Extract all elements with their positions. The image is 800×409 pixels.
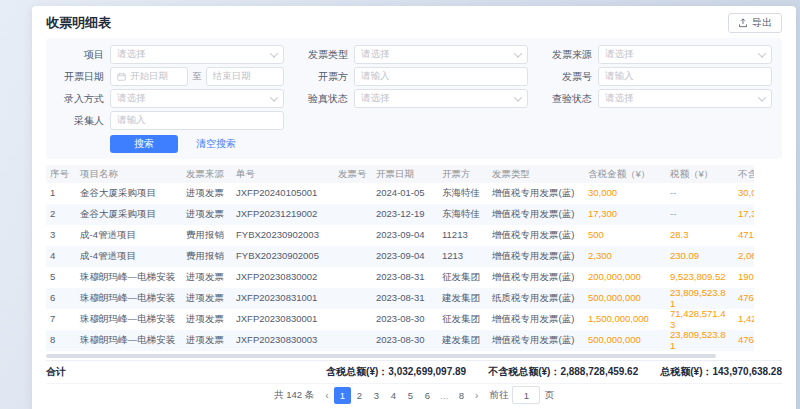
page-button-8[interactable]: 8 [453, 387, 470, 404]
table-row[interactable]: 6珠穆朗玛峰—电梯安装进项发票JXFP202308310012023-08-31… [46, 288, 754, 309]
chevron-down-icon [514, 93, 522, 101]
date-end-input[interactable]: 结束日期 [206, 67, 284, 86]
cell: 增值税专用发票(蓝) [488, 225, 584, 246]
next-page-button[interactable]: › [473, 390, 481, 401]
placeholder-text: 请输入 [361, 70, 521, 83]
summary-row: 合计 含税总额(¥)：3,032,699,097.89不含税总额(¥)：2,88… [46, 360, 782, 383]
page-button-6[interactable]: 6 [419, 387, 436, 404]
cell: 费用报销 [182, 225, 232, 246]
cell: 增值税专用发票(蓝) [488, 330, 584, 351]
page-button-3[interactable]: 3 [368, 387, 385, 404]
chevron-down-icon [514, 49, 522, 57]
cell: 71,428,571.43 [666, 309, 734, 330]
cell [334, 288, 372, 309]
table-row[interactable]: 5珠穆朗玛峰—电梯安装进项发票JXFP202308300022023-08-31… [46, 267, 754, 288]
filter-field-label: 采集人 [56, 114, 104, 128]
page-button-5[interactable]: 5 [402, 387, 419, 404]
cell: 征发集团 [438, 309, 488, 330]
cell [334, 330, 372, 351]
table-row[interactable]: 3成-4管道项目费用报销FYBX202309020032023-09-04112… [46, 225, 754, 246]
cell [334, 225, 372, 246]
cell: JXFP20230830002 [232, 267, 334, 288]
goto-suffix-label: 页 [544, 389, 554, 402]
cell: 200,000,000 [584, 267, 666, 288]
cell: FYBX20230902003 [232, 225, 334, 246]
pagination-total-count: 共 142 条 [274, 389, 314, 402]
cell: JXFP20230831001 [232, 288, 334, 309]
pagination-goto: 前往 页 [489, 386, 554, 404]
date-start-input[interactable]: 开始日期 [110, 67, 188, 86]
clear-search-button[interactable]: 清空搜索 [186, 135, 246, 153]
filter-select-6[interactable]: 请选择 [110, 89, 284, 108]
filter-field-4: 开票方请输入 [300, 67, 528, 86]
column-header-2: 发票来源 [182, 165, 232, 183]
cell: 珠穆朗玛峰—电梯安装 [76, 288, 182, 309]
cell: 2023-08-30 [372, 330, 438, 351]
column-header-4: 发票号 [334, 165, 372, 183]
page-button-2[interactable]: 2 [351, 387, 368, 404]
prev-page-button[interactable]: ‹ [323, 390, 331, 401]
filter-field-label: 验真状态 [300, 92, 348, 106]
page-button-1[interactable]: 1 [334, 387, 351, 404]
cell: 东海特佳 [438, 204, 488, 225]
cell: 8 [46, 330, 76, 351]
filter-input-9[interactable]: 请输入 [110, 111, 284, 130]
filter-select-2[interactable]: 请选择 [598, 45, 772, 64]
cell: 金谷大厦采购项目 [76, 204, 182, 225]
filter-select-8[interactable]: 请选择 [598, 89, 772, 108]
cell: 1213 [438, 246, 488, 267]
scrollbar-thumb[interactable] [46, 354, 716, 358]
cell: 1 [46, 183, 76, 204]
cell: 476,190,476.19 [734, 288, 754, 309]
chevron-down-icon [758, 93, 766, 101]
page-button-4[interactable]: 4 [385, 387, 402, 404]
filter-input-4[interactable]: 请输入 [354, 67, 528, 86]
summary-item: 不含税总额(¥)：2,888,728,459.62 [488, 365, 638, 379]
table-row[interactable]: 1金谷大厦采购项目进项发票JXFP202401050012024-01-05东海… [46, 183, 754, 204]
cell: 2023-09-04 [372, 225, 438, 246]
cell: -- [666, 183, 734, 204]
cell: 2,069.91 [734, 246, 754, 267]
cell: 珠穆朗玛峰—电梯安装 [76, 267, 182, 288]
summary-item-value: 3,032,699,097.89 [388, 366, 466, 377]
goto-page-input[interactable] [512, 386, 540, 404]
pagination: 共 142 条 ‹ 123456…8 › 前往 页 [46, 383, 782, 406]
cell: 成-4管道项目 [76, 246, 182, 267]
filter-grid: 项目请选择发票类型请选择发票来源请选择开票日期开始日期至结束日期开票方请输入发票… [56, 45, 772, 130]
filter-select-7[interactable]: 请选择 [354, 89, 528, 108]
filter-select-0[interactable]: 请选择 [110, 45, 284, 64]
export-icon [738, 18, 748, 28]
filter-select-1[interactable]: 请选择 [354, 45, 528, 64]
export-button[interactable]: 导出 [728, 13, 782, 33]
cell: 30,000 [584, 183, 666, 204]
placeholder-text: 请选择 [605, 48, 759, 61]
cell: 2023-08-30 [372, 309, 438, 330]
cell: 珠穆朗玛峰—电梯安装 [76, 309, 182, 330]
search-button[interactable]: 搜索 [110, 135, 178, 153]
filter-input-5[interactable]: 请输入 [598, 67, 772, 86]
cell: 进项发票 [182, 267, 232, 288]
table-row[interactable]: 7珠穆朗玛峰—电梯安装进项发票JXFP202308300012023-08-30… [46, 309, 754, 330]
date-start-placeholder: 开始日期 [130, 70, 181, 83]
table-row[interactable]: 2金谷大厦采购项目进项发票JXFP202312190022023-12-19东海… [46, 204, 754, 225]
cell: 建发集团 [438, 330, 488, 351]
cell: 9,523,809.52 [666, 267, 734, 288]
cell: 增值税专用发票(蓝) [488, 183, 584, 204]
horizontal-scrollbar[interactable] [46, 354, 782, 358]
table-row[interactable]: 8珠穆朗玛峰—电梯安装进项发票JXFP202308300032023-08-30… [46, 330, 754, 351]
pager-ellipsis[interactable]: … [436, 387, 453, 404]
summary-item-value: 2,888,728,459.62 [560, 366, 638, 377]
filter-field-1: 发票类型请选择 [300, 45, 528, 64]
cell: 进项发票 [182, 288, 232, 309]
cell: 17,300 [734, 204, 754, 225]
filter-field-label: 录入方式 [56, 92, 104, 106]
column-header-1: 项目名称 [76, 165, 182, 183]
cell: 1,500,000,000 [584, 309, 666, 330]
cell: 500,000,000 [584, 330, 666, 351]
table-row[interactable]: 4成-4管道项目费用报销FYBX202309020052023-09-04121… [46, 246, 754, 267]
cell: 2023-09-04 [372, 246, 438, 267]
cell: 3 [46, 225, 76, 246]
summary-item-label: 总税额(¥)： [660, 366, 712, 377]
page-title: 收票明细表 [46, 14, 111, 32]
cell: 4 [46, 246, 76, 267]
